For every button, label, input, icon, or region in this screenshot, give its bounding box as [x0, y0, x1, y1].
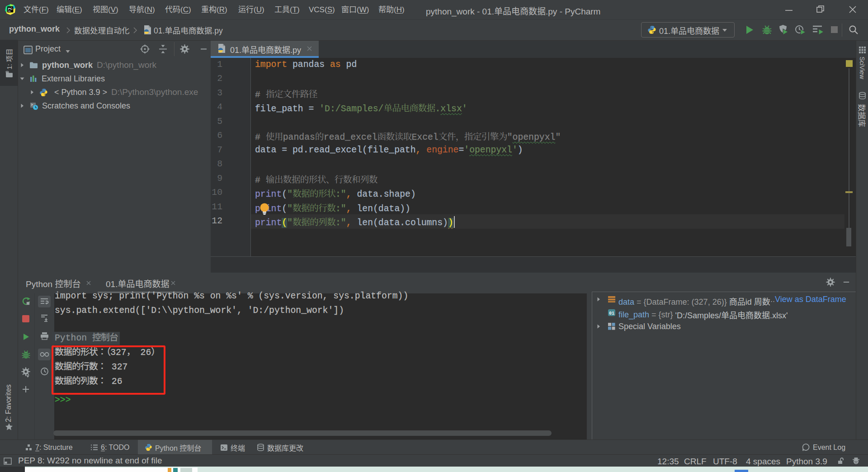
svg-text:01: 01 — [609, 311, 614, 316]
